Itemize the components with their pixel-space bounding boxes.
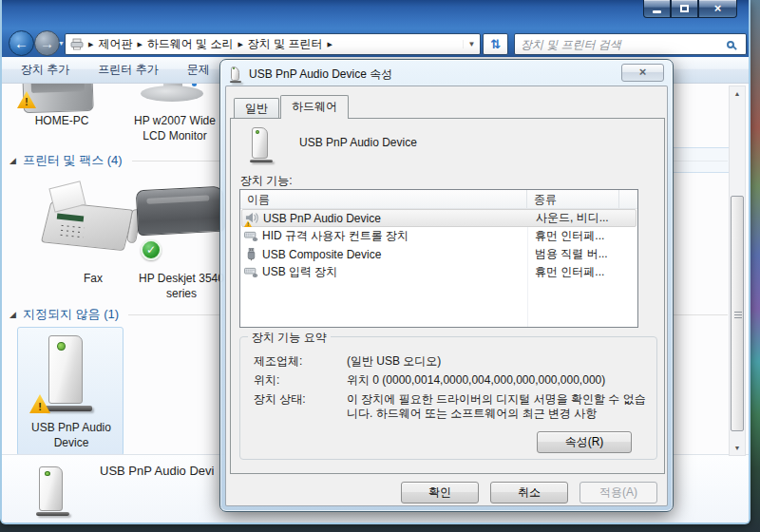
dialog-titlebar[interactable]: USB PnP Audio Device 속성	[230, 65, 612, 84]
device-name: USB PnP Audio Device	[299, 136, 417, 149]
cancel-button[interactable]: 취소	[490, 482, 568, 504]
properties-dialog: USB PnP Audio Device 속성 × 일반 하드웨어 USB Pn…	[219, 59, 674, 512]
close-button[interactable]: ×	[698, 0, 737, 18]
search-box	[514, 33, 747, 55]
back-button[interactable]: ←	[9, 30, 34, 56]
column-header-name[interactable]: 이름	[240, 190, 527, 208]
maximize-button[interactable]	[671, 0, 698, 18]
tile-label-monitor-line1[interactable]: HP w2007 Wide	[124, 114, 226, 127]
dialog-title: USB PnP Audio Device 속성	[249, 66, 392, 83]
device-functions-label: 장치 기능:	[240, 173, 293, 189]
minimize-button[interactable]	[643, 0, 671, 18]
printer-icon	[70, 38, 84, 50]
list-row-usb-composite[interactable]: USB Composite Device 범용 직렬 버...	[241, 245, 636, 263]
section-title: 프린터 및 팩스 (4)	[23, 152, 123, 169]
vertical-scrollbar[interactable]: ▲ ▼	[729, 86, 746, 456]
desktop-background: × ← → ▼ ▶ 제어판 ▶ 하드웨어 및 소리 ▶ 장치 및 프린터 ▶ ▼	[0, 0, 760, 532]
address-dropdown-button[interactable]: ▼	[463, 40, 480, 48]
scroll-down-button[interactable]: ▼	[730, 441, 745, 455]
location-value: 위치 0 (0000,0014,0000,004,000,000,000,000…	[347, 373, 647, 388]
crumb-separator-icon[interactable]: ▶	[84, 41, 98, 48]
maximize-icon	[680, 5, 689, 12]
deskjet-printer-icon[interactable]	[136, 186, 225, 237]
tile-label-monitor-line2[interactable]: LCD Monitor	[124, 129, 226, 142]
ok-status-icon: ✓	[141, 239, 162, 260]
details-device-name: USB PnP Audio Devi	[100, 464, 214, 478]
fax-icon[interactable]	[44, 182, 142, 266]
crumb-separator-icon[interactable]: ▶	[323, 41, 337, 48]
section-expand-icon: ◢	[10, 156, 16, 165]
toolbar-add-device[interactable]: 장치 추가	[21, 62, 69, 78]
scroll-up-button[interactable]: ▲	[730, 86, 745, 101]
recent-pages-chevron[interactable]: ▼	[58, 40, 65, 47]
scroll-down-icon: ▼	[734, 445, 741, 451]
crumb-separator-icon[interactable]: ▶	[233, 41, 247, 48]
section-expand-icon: ◢	[10, 310, 16, 319]
column-header-type[interactable]: 종류	[527, 190, 619, 208]
hardware-tab-panel: USB PnP Audio Device 장치 기능: 이름 종류	[230, 118, 665, 474]
list-row-hid-control[interactable]: HID 규격 사용자 컨트롤 장치 휴먼 인터페...	[241, 227, 636, 245]
chevron-down-icon: ▼	[468, 40, 476, 48]
speaker-device-icon	[45, 335, 96, 411]
list-row-usb-input[interactable]: USB 입력 장치 휴먼 인터페...	[241, 263, 636, 281]
search-input[interactable]	[515, 38, 727, 51]
close-icon: ×	[714, 1, 722, 15]
group-title: 장치 기능 요약	[248, 330, 331, 346]
toolbar-troubleshoot[interactable]: 문제	[187, 62, 210, 78]
section-title: 지정되지 않음 (1)	[23, 306, 119, 323]
dialog-close-button[interactable]: ×	[621, 64, 664, 82]
monitor-stand-icon[interactable]	[141, 86, 203, 102]
tab-general[interactable]: 일반	[234, 98, 279, 118]
speaker-icon: !	[245, 211, 261, 225]
crumb-separator-icon[interactable]: ▶	[132, 41, 146, 48]
search-icon[interactable]	[727, 41, 734, 48]
tile-usb-audio-device[interactable]: ! USB PnP Audio Device	[17, 327, 124, 456]
tile-label-home-pc[interactable]: HOME-PC	[10, 114, 114, 127]
thumb-grip	[734, 312, 742, 318]
device-icon	[250, 127, 275, 162]
close-icon: ×	[639, 65, 647, 79]
devices-and-printers-window: × ← → ▼ ▶ 제어판 ▶ 하드웨어 및 소리 ▶ 장치 및 프린터 ▶ ▼	[0, 0, 750, 524]
device-function-list: 이름 종류 ! USB PnP Audio Device 사운드, 비디...	[239, 189, 638, 328]
back-icon: ←	[14, 35, 28, 51]
chevron-down-icon: ▼	[58, 40, 65, 47]
toolbar-add-printer[interactable]: 프린터 추가	[98, 62, 158, 78]
window-chrome: × ← → ▼ ▶ 제어판 ▶ 하드웨어 및 소리 ▶ 장치 및 프린터 ▶ ▼	[2, 0, 749, 57]
window-controls: ×	[643, 0, 737, 18]
breadcrumb-hardware-sound[interactable]: 하드웨어 및 소리	[147, 36, 234, 52]
column-header-stub	[619, 190, 637, 208]
apply-button[interactable]: 적용(A)	[580, 482, 657, 504]
hid-device-icon	[244, 229, 260, 243]
tile-label-usb-line2: Device	[18, 436, 124, 449]
location-label: 위치:	[254, 373, 347, 388]
list-row-usb-audio[interactable]: ! USB PnP Audio Device 사운드, 비디...	[241, 209, 636, 227]
usb-plug-icon	[244, 247, 260, 261]
section-row-highlight	[667, 147, 735, 173]
properties-button[interactable]: 속성(R)	[537, 431, 632, 453]
dialog-client-area: 일반 하드웨어 USB PnP Audio Device 장치 기능: 이름 종…	[225, 86, 668, 506]
tab-hardware[interactable]: 하드웨어	[280, 95, 349, 119]
device-function-summary-group: 장치 기능 요약 제조업체: (일반 USB 오디오) 위치: 위치 0 (00…	[239, 336, 657, 460]
breadcrumb-control-panel[interactable]: 제어판	[98, 36, 132, 52]
hid-device-icon	[244, 265, 260, 279]
refresh-icon: ⇅	[490, 37, 501, 51]
device-status-value: 이 장치에 필요한 드라이버의 디지털 서명을 확인할 수 없습니다. 하드웨어…	[347, 392, 647, 421]
device-status-label: 장치 상태:	[254, 392, 347, 421]
minimize-icon	[653, 10, 661, 13]
scrollbar-thumb[interactable]	[731, 196, 744, 431]
breadcrumb-devices-printers[interactable]: 장치 및 프린터	[248, 36, 323, 52]
tile-label-usb-line1: USB PnP Audio	[18, 421, 124, 434]
refresh-button[interactable]: ⇅	[483, 33, 508, 55]
forward-icon: →	[40, 35, 54, 51]
address-bar[interactable]: ▶ 제어판 ▶ 하드웨어 및 소리 ▶ 장치 및 프린터 ▶ ▼	[65, 33, 481, 55]
manufacturer-value: (일반 USB 오디오)	[347, 354, 647, 369]
list-header: 이름 종류	[240, 190, 637, 209]
scroll-up-icon: ▲	[734, 90, 741, 97]
ok-button[interactable]: 확인	[401, 482, 479, 504]
manufacturer-label: 제조업체:	[254, 354, 347, 369]
device-icon	[230, 66, 242, 83]
speaker-device-icon	[36, 466, 72, 516]
forward-button[interactable]: →	[34, 30, 60, 56]
